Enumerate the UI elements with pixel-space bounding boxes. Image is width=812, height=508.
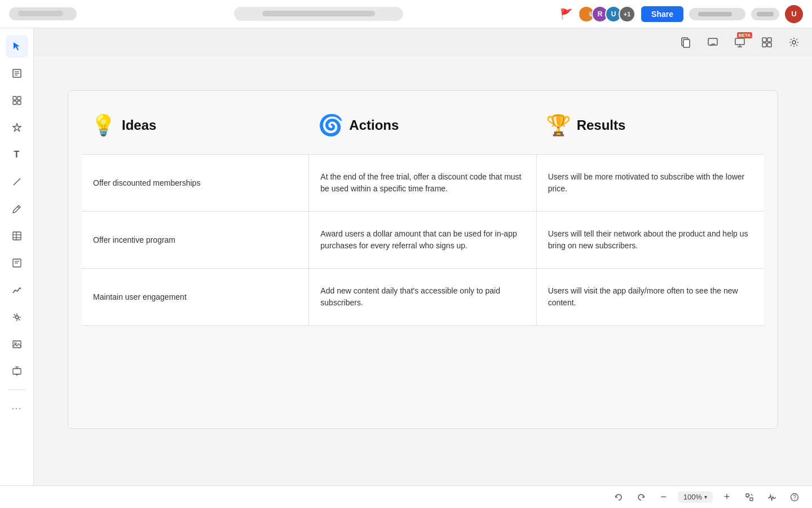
topbar-title[interactable]	[9, 7, 77, 20]
sidebar-item-sticky[interactable]	[6, 252, 28, 274]
share-button[interactable]: Share	[641, 6, 683, 22]
help-button[interactable]: ?	[786, 489, 803, 506]
user-avatar-main[interactable]: U	[785, 5, 803, 23]
topbar-search-bar[interactable]	[234, 7, 403, 21]
svg-rect-16	[17, 97, 21, 100]
canvas: 💡 Ideas 🌀 Actions 🏆 Results Offer discou…	[34, 56, 812, 485]
zoom-display[interactable]: 100% ▾	[678, 491, 713, 503]
svg-rect-8	[762, 43, 766, 47]
cell-results-1[interactable]: Users will be more motivated to subscrib…	[537, 155, 764, 211]
activity-button[interactable]	[764, 489, 780, 506]
avatar-group: U R U +1	[578, 6, 636, 23]
redo-button[interactable]	[633, 489, 650, 506]
svg-point-28	[15, 316, 18, 319]
svg-rect-17	[13, 101, 16, 104]
topbar-search2[interactable]	[689, 8, 745, 20]
svg-line-19	[14, 178, 20, 185]
svg-rect-18	[17, 101, 21, 104]
flag-icon: 🚩	[560, 8, 572, 20]
undo-button[interactable]	[610, 489, 627, 506]
sidebar-item-more[interactable]: ···	[6, 397, 28, 419]
avatar-overflow: +1	[619, 6, 636, 23]
zoom-in-button[interactable]: +	[718, 489, 735, 506]
svg-rect-35	[13, 341, 21, 348]
svg-rect-6	[762, 38, 766, 42]
cell-actions-3[interactable]: Add new content daily that's accessible …	[309, 269, 536, 325]
sidebar-separator	[8, 389, 26, 390]
text-tool-label: T	[14, 150, 20, 160]
cell-results-2[interactable]: Users will tell their network about the …	[537, 212, 764, 268]
results-emoji: 🏆	[546, 113, 571, 137]
board-row: Offer incentive program Award users a do…	[82, 211, 764, 268]
cell-ideas-3[interactable]: Maintain user engagement	[82, 269, 309, 325]
sidebar-item-pen[interactable]	[6, 198, 28, 220]
svg-rect-1	[683, 40, 690, 47]
svg-rect-9	[767, 43, 771, 47]
sidebar: T	[0, 28, 34, 485]
avatar-label-2: R	[598, 10, 603, 18]
sidebar-item-table[interactable]	[6, 225, 28, 247]
actions-title: Actions	[349, 117, 399, 133]
topbar-left	[9, 7, 77, 20]
svg-rect-43	[750, 498, 753, 501]
zoom-chevron: ▾	[704, 494, 707, 500]
avatar-img-1	[579, 7, 589, 21]
svg-rect-3	[735, 38, 744, 45]
svg-rect-15	[13, 97, 16, 100]
sidebar-item-image[interactable]	[6, 333, 28, 356]
results-title: Results	[577, 117, 626, 133]
sidebar-item-text[interactable]: T	[6, 143, 28, 166]
sidebar-item-line[interactable]	[6, 170, 28, 193]
topbar-right: 🚩 U R U +1 Share U	[560, 5, 803, 23]
topbar-center	[77, 7, 560, 21]
board-row: Offer discounted memberships At the end …	[82, 154, 764, 211]
zoom-out-button[interactable]: −	[655, 489, 672, 506]
column-header-results: 🏆 Results	[537, 108, 764, 143]
svg-point-36	[15, 343, 16, 344]
svg-point-10	[792, 41, 796, 44]
svg-line-20	[17, 207, 19, 208]
svg-rect-7	[767, 38, 771, 42]
svg-rect-21	[13, 232, 21, 240]
sidebar-item-starred[interactable]	[6, 116, 28, 139]
cell-ideas-1[interactable]: Offer discounted memberships	[82, 155, 309, 211]
cell-actions-2[interactable]: Award users a dollar amount that can be …	[309, 212, 536, 268]
toolbar-row: BETA	[677, 28, 803, 56]
sidebar-item-chart[interactable]	[6, 279, 28, 301]
cell-actions-1[interactable]: At the end of the free trial, offer a di…	[309, 155, 536, 211]
cell-results-3[interactable]: Users will visit the app daily/more ofte…	[537, 269, 764, 325]
beta-badge: BETA	[737, 32, 752, 38]
present-icon[interactable]: BETA	[731, 33, 749, 51]
pages-icon[interactable]	[677, 33, 695, 51]
actions-emoji: 🌀	[318, 113, 343, 137]
column-header-ideas: 💡 Ideas	[82, 108, 309, 143]
topbar-extra-btn[interactable]	[751, 8, 779, 20]
column-header-actions: 🌀 Actions	[309, 108, 536, 143]
topbar: 🚩 U R U +1 Share U	[0, 0, 812, 28]
ideas-title: Ideas	[122, 117, 156, 133]
sidebar-item-embed[interactable]	[6, 360, 28, 383]
board-rows: Offer discounted memberships At the end …	[82, 154, 764, 326]
sidebar-item-templates[interactable]	[6, 89, 28, 112]
svg-rect-42	[746, 494, 749, 497]
board-header: 💡 Ideas 🌀 Actions 🏆 Results	[82, 108, 764, 143]
svg-rect-37	[13, 369, 21, 374]
sidebar-item-mindmap[interactable]	[6, 306, 28, 329]
sidebar-item-notes[interactable]	[6, 62, 28, 85]
more-icon: ···	[11, 402, 21, 414]
svg-line-33	[14, 314, 16, 317]
settings-icon[interactable]	[785, 33, 803, 51]
bottombar: − 100% ▾ + ?	[0, 485, 812, 508]
sidebar-item-cursor[interactable]	[6, 35, 28, 58]
comment-icon[interactable]	[704, 33, 722, 51]
svg-line-34	[17, 318, 20, 321]
cell-ideas-2[interactable]: Offer incentive program	[82, 212, 309, 268]
svg-text:?: ?	[793, 494, 797, 501]
ideas-emoji: 💡	[91, 113, 116, 137]
grid-icon[interactable]	[758, 33, 776, 51]
board-row: Maintain user engagement Add new content…	[82, 268, 764, 326]
board: 💡 Ideas 🌀 Actions 🏆 Results Offer discou…	[68, 90, 778, 429]
avatar-label-3: U	[611, 10, 616, 18]
fit-view-button[interactable]	[741, 489, 758, 506]
